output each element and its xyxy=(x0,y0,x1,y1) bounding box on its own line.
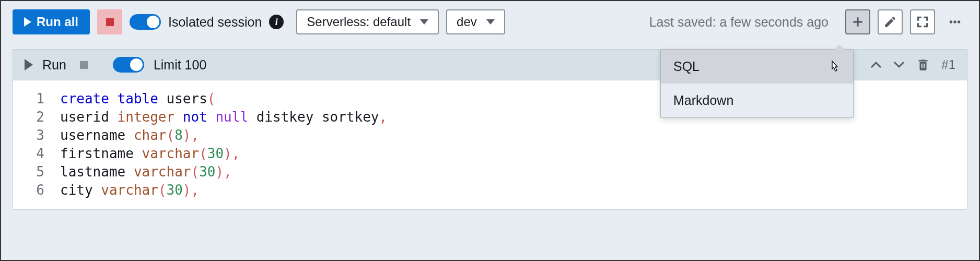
menu-item-label: SQL xyxy=(673,59,699,74)
add-sql-option[interactable]: SQL xyxy=(661,50,853,84)
code-content[interactable]: firstname varchar(30), xyxy=(60,145,240,163)
more-icon xyxy=(948,15,962,29)
play-icon[interactable] xyxy=(25,59,33,70)
more-button[interactable] xyxy=(942,9,967,34)
cell-stop-button[interactable] xyxy=(80,61,88,69)
svg-point-3 xyxy=(953,20,956,23)
top-toolbar: Run all Isolated session i Serverless: d… xyxy=(1,1,979,43)
code-content[interactable]: userid integer not null distkey sortkey, xyxy=(60,108,387,126)
cursor-icon xyxy=(828,60,841,74)
limit-label: Limit 100 xyxy=(154,57,206,73)
chevron-down-icon xyxy=(486,19,495,25)
expand-button[interactable] xyxy=(910,9,935,34)
svg-point-4 xyxy=(958,20,960,23)
line-number: 4 xyxy=(13,145,60,163)
add-cell-button[interactable] xyxy=(845,9,870,34)
isolated-session-toggle[interactable] xyxy=(130,14,161,30)
play-icon xyxy=(24,17,31,27)
stop-icon xyxy=(106,18,114,26)
code-content[interactable]: city varchar(30), xyxy=(60,181,199,199)
connection-dropdown[interactable]: Serverless: default xyxy=(296,9,439,34)
edit-button[interactable] xyxy=(878,9,903,34)
add-cell-menu: SQL Markdown xyxy=(660,49,854,118)
add-markdown-option[interactable]: Markdown xyxy=(661,84,853,117)
toggle-knob xyxy=(130,58,143,71)
line-number: 3 xyxy=(13,126,60,145)
code-line: 6city varchar(30), xyxy=(13,181,967,199)
cell-run-button[interactable]: Run xyxy=(42,57,66,73)
move-up-button[interactable] xyxy=(870,61,882,68)
plus-icon xyxy=(851,15,865,29)
svg-point-2 xyxy=(950,20,952,23)
connection-label: Serverless: default xyxy=(307,15,411,29)
trash-icon[interactable] xyxy=(916,57,930,72)
pencil-icon xyxy=(883,15,897,29)
expand-icon xyxy=(916,15,929,29)
line-number: 6 xyxy=(13,181,60,199)
line-number: 1 xyxy=(13,90,60,108)
code-line: 3username char(8), xyxy=(13,126,967,145)
isolated-session-label: Isolated session xyxy=(168,15,262,30)
limit-toggle[interactable] xyxy=(113,57,144,73)
line-number: 2 xyxy=(13,108,60,126)
code-content[interactable]: username char(8), xyxy=(60,126,199,145)
code-line: 4firstname varchar(30), xyxy=(13,145,967,163)
cell-number: #1 xyxy=(941,57,955,72)
code-line: 5lastname varchar(30), xyxy=(13,163,967,181)
database-label: dev xyxy=(457,15,477,29)
code-content[interactable]: lastname varchar(30), xyxy=(60,163,232,181)
chevron-down-icon xyxy=(420,19,428,25)
code-content[interactable]: create table users( xyxy=(60,90,215,108)
last-saved-text: Last saved: a few seconds ago xyxy=(649,15,829,30)
menu-item-label: Markdown xyxy=(673,93,733,108)
move-down-button[interactable] xyxy=(893,61,905,68)
run-all-label: Run all xyxy=(37,15,78,29)
stop-all-button[interactable] xyxy=(97,9,122,34)
info-icon[interactable]: i xyxy=(269,15,284,29)
run-all-button[interactable]: Run all xyxy=(13,9,90,34)
database-dropdown[interactable]: dev xyxy=(446,9,505,34)
toggle-knob xyxy=(147,16,159,28)
line-number: 5 xyxy=(13,163,60,181)
